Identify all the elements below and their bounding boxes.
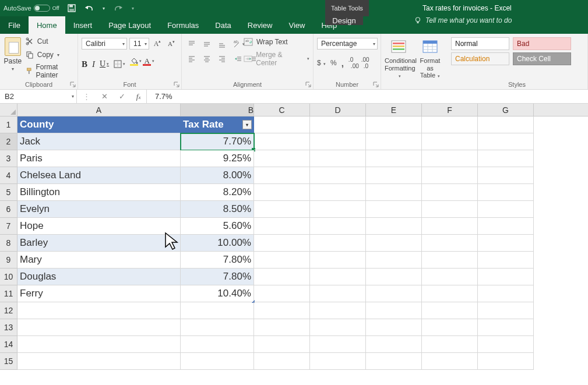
cell[interactable] [254, 133, 310, 150]
cell[interactable] [310, 150, 366, 167]
column-header-F[interactable]: F [422, 104, 478, 116]
redo-icon[interactable] [113, 4, 124, 12]
bold-button[interactable]: B [82, 59, 87, 69]
conditional-formatting-button[interactable]: Conditional Formatting ▾ [385, 37, 414, 79]
cell[interactable] [310, 319, 366, 336]
row-header[interactable]: 5 [0, 184, 17, 201]
cell[interactable] [366, 269, 422, 285]
cell[interactable] [254, 269, 310, 285]
cell[interactable] [254, 319, 310, 336]
comma-format-button[interactable]: , [341, 58, 344, 68]
cell[interactable] [366, 336, 422, 353]
cell[interactable]: 10.40% [181, 285, 254, 302]
cell[interactable]: Evelyn [17, 201, 181, 218]
decrease-font-icon[interactable]: A▾ [166, 38, 177, 50]
cell[interactable]: Paris [17, 150, 181, 167]
tab-formulas[interactable]: Formulas [159, 16, 207, 34]
cell[interactable] [422, 319, 478, 336]
cell[interactable]: 8.50% [181, 201, 254, 218]
borders-button[interactable]: ▾ [114, 60, 125, 68]
column-header-D[interactable]: D [310, 104, 366, 116]
cell[interactable] [254, 116, 310, 133]
cell[interactable] [366, 184, 422, 201]
cell[interactable] [366, 252, 422, 269]
cell[interactable] [310, 235, 366, 252]
cell[interactable] [422, 285, 478, 302]
cell[interactable]: 10.00% [181, 235, 254, 252]
cell[interactable] [422, 336, 478, 353]
decrease-indent-icon[interactable] [232, 53, 245, 66]
cell[interactable]: County [17, 116, 181, 133]
cell[interactable] [254, 285, 310, 302]
cell[interactable]: 5.60% [181, 218, 254, 235]
autosave-toggle[interactable]: AutoSave Off [3, 5, 59, 12]
italic-button[interactable]: I [92, 59, 95, 69]
cell[interactable] [422, 116, 478, 133]
tab-file[interactable]: File [0, 16, 29, 34]
cell[interactable]: Tax Rate▾ [181, 116, 254, 133]
row-header[interactable]: 7 [0, 218, 17, 235]
cell-style-check-cell[interactable]: Check Cell [513, 52, 571, 65]
align-center-icon[interactable] [200, 52, 213, 65]
align-bottom-icon[interactable] [216, 38, 228, 51]
cell[interactable] [478, 353, 534, 370]
cell[interactable] [422, 201, 478, 218]
tab-data[interactable]: Data [207, 16, 239, 34]
cell[interactable] [478, 201, 534, 218]
cell[interactable]: 7.70% [181, 133, 254, 150]
cell[interactable] [310, 353, 366, 370]
cell[interactable] [310, 302, 366, 319]
cell[interactable] [254, 252, 310, 269]
cell[interactable] [254, 167, 310, 184]
cell[interactable] [478, 252, 534, 269]
cell[interactable] [310, 116, 366, 133]
dialog-launcher-icon[interactable] [69, 81, 76, 88]
cell[interactable]: Chelsea Land [17, 167, 181, 184]
cell[interactable] [422, 167, 478, 184]
cell[interactable] [254, 336, 310, 353]
cell[interactable] [478, 184, 534, 201]
row-header[interactable]: 14 [0, 336, 17, 353]
row-header[interactable]: 8 [0, 235, 17, 252]
increase-decimal-button[interactable]: .0.00 [348, 56, 357, 69]
copy-button[interactable]: Copy ▾ [26, 50, 74, 60]
column-header-A[interactable]: A [17, 104, 181, 116]
font-size-combo[interactable]: 11▾ [129, 38, 149, 50]
column-header-C[interactable]: C [254, 104, 310, 116]
row-header[interactable]: 6 [0, 201, 17, 218]
insert-function-icon[interactable]: fx [136, 92, 141, 101]
underline-button[interactable]: U▾ [100, 59, 109, 69]
cell[interactable] [254, 218, 310, 235]
tab-page-layout[interactable]: Page Layout [100, 16, 159, 34]
cell[interactable] [254, 235, 310, 252]
cell[interactable] [366, 116, 422, 133]
orientation-button[interactable]: ab▾ [232, 38, 245, 51]
cell[interactable] [478, 133, 534, 150]
align-middle-icon[interactable] [200, 38, 213, 51]
cell[interactable] [478, 319, 534, 336]
cell[interactable]: 8.20% [181, 184, 254, 201]
cell[interactable] [254, 150, 310, 167]
fill-color-button[interactable]: ▾ [130, 58, 138, 70]
cell[interactable]: 7.80% [181, 252, 254, 269]
cell[interactable] [181, 319, 254, 336]
cell[interactable] [422, 269, 478, 285]
tab-view[interactable]: View [280, 16, 313, 34]
cell[interactable] [366, 218, 422, 235]
accounting-format-button[interactable]: $ ▾ [317, 59, 326, 67]
cell[interactable] [181, 336, 254, 353]
cell[interactable] [422, 184, 478, 201]
cell[interactable] [422, 235, 478, 252]
cell[interactable] [310, 133, 366, 150]
cell[interactable] [478, 150, 534, 167]
cut-button[interactable]: Cut [26, 36, 74, 47]
cell[interactable]: 9.25% [181, 150, 254, 167]
row-header[interactable]: 11 [0, 285, 17, 302]
cell[interactable] [478, 218, 534, 235]
cell[interactable]: Hope [17, 218, 181, 235]
wrap-text-button[interactable]: ab Wrap Text [244, 38, 309, 46]
cell[interactable] [366, 150, 422, 167]
cell[interactable] [366, 167, 422, 184]
cell[interactable] [181, 302, 254, 319]
cell[interactable] [310, 184, 366, 201]
